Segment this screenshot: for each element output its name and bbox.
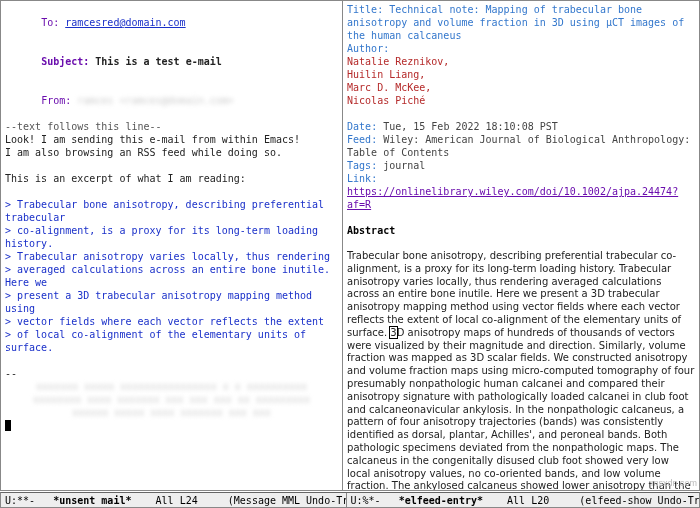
date-value: Tue, 15 Feb 2022 18:10:08 PST [383, 121, 558, 132]
header-subject[interactable]: Subject: This is a test e-mail [5, 42, 338, 81]
abstract-heading: Abstract [347, 224, 695, 237]
sig-line: xxxxxxx xxxxx xxxxxxxxxxxxxxxx x x xxxxx… [5, 380, 338, 393]
ml-buffer: *elfeed-entry* [399, 495, 483, 506]
ml-buffer: *unsent mail* [53, 495, 131, 506]
cursor-line [5, 419, 338, 432]
ml-modes: (Message MML Undo-Tree Abbrev [228, 495, 347, 506]
body-line [5, 185, 338, 198]
ml-pos: All L20 [507, 495, 549, 506]
title-label: Title [347, 4, 377, 15]
author-name: Huilin Liang, [347, 68, 695, 81]
body-line: I am also browsing an RSS feed while doi… [5, 146, 338, 159]
modeline-bar: U:**- *unsent mail* All L24 (Message MML… [0, 492, 700, 508]
blank-line [347, 211, 695, 224]
blank-line [347, 237, 695, 250]
sig-line: xxxxxxxx xxxx xxxxxxx xxx xxx xxx xx xxx… [5, 393, 338, 406]
quoted-line: > of local co-alignment of the elementar… [5, 328, 338, 354]
blank-line [5, 354, 338, 367]
entry-date-line: Date: Tue, 15 Feb 2022 18:10:08 PST [347, 120, 695, 133]
subject-label: Subject [41, 56, 83, 67]
to-value[interactable]: ramcesred@domain.com [65, 17, 185, 28]
elfeed-entry-pane[interactable]: Title: Technical note: Mapping of trabec… [343, 1, 699, 490]
from-label: From [41, 95, 65, 106]
entry-title-line: Title: Technical note: Mapping of trabec… [347, 3, 695, 42]
ml-status: U:%*- [351, 495, 381, 506]
body-line [5, 159, 338, 172]
emacs-frame: To: ramcesred@domain.com Subject: This i… [0, 0, 700, 491]
abstract-text-post: D anisotropy maps of hundreds of thousan… [347, 327, 695, 490]
abstract-body[interactable]: Trabecular bone anisotropy, describing p… [347, 250, 695, 490]
author-name: Natalie Reznikov, [347, 55, 695, 68]
entry-tags-line: Tags: journal [347, 159, 695, 172]
quoted-line: > co-alignment, is a proxy for its long-… [5, 224, 338, 250]
compose-pane[interactable]: To: ramcesred@domain.com Subject: This i… [1, 1, 343, 490]
tags-label: Tags [347, 160, 371, 171]
quoted-line: > Trabecular bone anisotropy, describing… [5, 198, 338, 224]
ml-status: U:**- [5, 495, 35, 506]
link-value[interactable]: https://onlinelibrary.wiley.com/doi/10.1… [347, 186, 678, 210]
author-name: Nicolas Piché [347, 94, 695, 107]
author-name: Marc D. McKee, [347, 81, 695, 94]
sig-line: xxxxxx xxxxx xxxx xxxxxxx xxx xxx [5, 406, 338, 419]
to-label: To [41, 17, 53, 28]
compose-body[interactable]: Look! I am sending this e-mail from with… [5, 133, 338, 432]
quoted-line: > Trabecular anisotropy varies locally, … [5, 250, 338, 263]
ml-pos: All L24 [156, 495, 198, 506]
feed-value: Wiley: American Journal of Biological An… [347, 134, 696, 158]
quoted-line: > vector fields where each vector reflec… [5, 315, 338, 328]
quoted-line: > present a 3D trabecular anisotropy map… [5, 289, 338, 315]
feed-label: Feed [347, 134, 371, 145]
tags-value: journal [383, 160, 425, 171]
modeline-left[interactable]: U:**- *unsent mail* All L24 (Message MML… [1, 493, 347, 507]
ml-modes: (elfeed-show Undo-Tree) Sat F [579, 495, 699, 506]
date-label: Date [347, 121, 371, 132]
text-cursor [5, 420, 11, 431]
abstract-text-pre: Trabecular bone anisotropy, describing p… [347, 250, 681, 338]
body-line: Look! I am sending this e-mail from with… [5, 133, 338, 146]
quoted-line: > averaged calculations across an entire… [5, 263, 338, 289]
subject-value[interactable]: This is a test e-mail [95, 56, 221, 67]
link-label: Link [347, 173, 371, 184]
header-from[interactable]: From: ramces <ramces@domain.com> [5, 81, 338, 120]
title-value: Technical note: Mapping of trabecular bo… [347, 4, 690, 41]
sig-marker: -- [5, 367, 338, 380]
entry-link-line: Link: https://onlinelibrary.wiley.com/do… [347, 172, 695, 211]
header-to[interactable]: To: ramcesred@domain.com [5, 3, 338, 42]
body-line: This is an excerpt of what I am reading: [5, 172, 338, 185]
watermark: msxdn.com [651, 478, 697, 490]
modeline-right[interactable]: U:%*- *elfeed-entry* All L20 (elfeed-sho… [347, 493, 700, 507]
entry-author-line: Author: [347, 42, 695, 55]
from-value: ramces <ramces@domain.com> [77, 95, 234, 106]
text-separator: --text follows this line-- [5, 120, 338, 133]
blank-line [347, 107, 695, 120]
author-label: Author [347, 43, 383, 54]
entry-feed-line: Feed: Wiley: American Journal of Biologi… [347, 133, 695, 159]
